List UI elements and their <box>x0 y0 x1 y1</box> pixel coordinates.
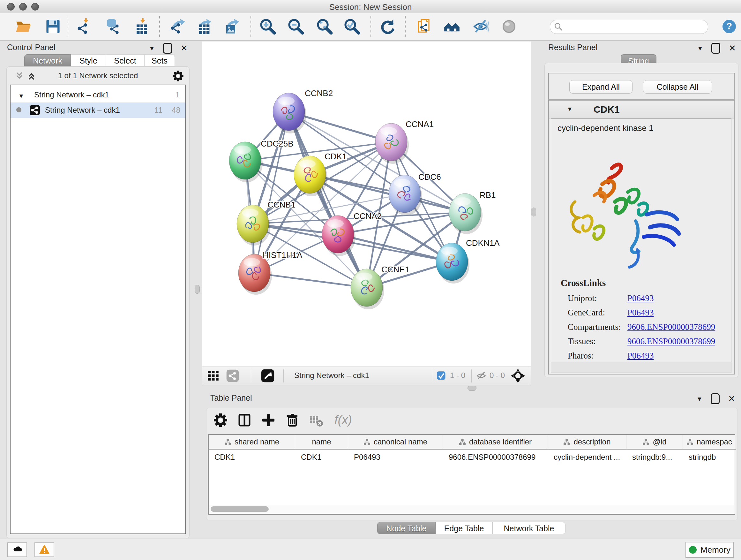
protein-header[interactable]: ▼ CDK1 <box>549 101 734 118</box>
table-cell[interactable]: CDK1 <box>295 450 348 464</box>
network-edge[interactable] <box>254 112 289 273</box>
network-node-CCNB1[interactable] <box>237 205 270 246</box>
genecard-link[interactable]: P06493 <box>627 308 654 317</box>
table-cell[interactable]: P06493 <box>348 450 443 464</box>
zoom-fit-icon[interactable] <box>316 18 333 35</box>
tab-select[interactable]: Select <box>106 54 144 66</box>
network-node-CCNA2[interactable] <box>322 215 355 256</box>
delete-column-icon[interactable] <box>285 413 300 428</box>
add-column-icon[interactable] <box>261 413 276 428</box>
float-panel-icon[interactable] <box>163 43 172 54</box>
open-session-icon[interactable] <box>15 18 31 35</box>
birdseye-view-icon[interactable] <box>261 369 275 383</box>
zoom-selected-icon[interactable] <box>344 18 360 35</box>
table-cell[interactable]: cyclin-dependent ... <box>548 450 626 464</box>
collapse-panel-icon[interactable]: ▼ <box>697 45 703 51</box>
zoom-in-icon[interactable] <box>259 18 276 35</box>
collapse-panel-icon[interactable]: ▼ <box>697 396 703 402</box>
import-network-file-icon[interactable] <box>76 18 92 35</box>
network-node-CCNA1[interactable] <box>375 123 409 164</box>
network-node-CDK1[interactable] <box>294 156 327 196</box>
tab-node-table[interactable]: Node Table <box>377 522 435 534</box>
collapse-all-button[interactable]: Collapse All <box>643 80 712 94</box>
network-row-selected[interactable]: String Network – cdk1 11 48 <box>10 103 185 118</box>
protein-collapse-icon[interactable]: ▼ <box>567 106 573 112</box>
results-buttons-box: Expand All Collapse All <box>548 73 735 100</box>
search-input[interactable] <box>550 20 708 34</box>
hidden-eye-icon[interactable] <box>475 371 487 381</box>
network-node-CCNE1[interactable] <box>351 269 384 309</box>
table-cell[interactable]: stringdb <box>683 450 736 464</box>
column-header-shared-name[interactable]: shared name <box>209 435 295 449</box>
close-panel-icon[interactable]: ✕ <box>180 44 188 53</box>
show-columns-icon[interactable] <box>237 413 252 428</box>
tab-network[interactable]: Network <box>24 54 71 66</box>
fit-selected-target-icon[interactable] <box>511 368 525 383</box>
results-footer-strip <box>551 362 731 373</box>
table-hscrollbar-thumb[interactable] <box>211 506 269 512</box>
column-header-name[interactable]: name <box>295 435 348 449</box>
tab-edge-table[interactable]: Edge Table <box>435 522 492 534</box>
apply-layout-icon[interactable] <box>380 18 396 35</box>
network-node-HIST1H1A[interactable] <box>239 254 272 295</box>
table-cell[interactable]: 9606.ENSP00000378699 <box>443 450 548 464</box>
column-header--id[interactable]: @id <box>626 435 683 449</box>
network-node-CDC6[interactable] <box>389 175 422 215</box>
tab-sets[interactable]: Sets <box>144 54 175 66</box>
shared-column-tree-icon <box>563 439 570 445</box>
column-header-description[interactable]: description <box>548 435 626 449</box>
memory-button[interactable]: Memory <box>685 542 734 558</box>
tab-network-table[interactable]: Network Table <box>492 522 565 534</box>
import-table-icon[interactable] <box>132 18 149 35</box>
save-session-icon[interactable] <box>45 18 61 35</box>
uniprot-link[interactable]: P06493 <box>627 294 654 303</box>
network-node-RB1[interactable] <box>449 193 482 234</box>
column-header-database-identifier[interactable]: database identifier <box>443 435 548 449</box>
bottom-splitter-handle[interactable] <box>468 386 476 391</box>
network-edge[interactable] <box>289 112 367 288</box>
expand-all-button[interactable]: Expand All <box>569 80 632 94</box>
network-edge[interactable] <box>310 175 465 212</box>
float-panel-icon[interactable] <box>711 393 720 404</box>
close-panel-icon[interactable]: ✕ <box>729 44 736 53</box>
network-view-icon[interactable] <box>226 369 239 382</box>
network-node-CDKN1A[interactable] <box>436 243 469 284</box>
table-cell[interactable]: CDK1 <box>209 450 295 464</box>
export-network-icon[interactable] <box>170 18 186 35</box>
table-hscrollbar[interactable] <box>209 505 734 513</box>
import-network-database-icon[interactable] <box>104 18 121 35</box>
network-node-CDC25B[interactable] <box>229 142 263 182</box>
grid-mode-icon[interactable] <box>207 369 220 382</box>
right-splitter-handle[interactable] <box>531 207 536 216</box>
network-node-CCNB2[interactable] <box>273 93 307 133</box>
tissues-link[interactable]: 9606.ENSP00000378699 <box>627 336 715 346</box>
export-table-icon[interactable] <box>196 18 212 35</box>
help-icon[interactable]: ? <box>722 19 737 34</box>
tab-style[interactable]: Style <box>71 54 106 66</box>
collapse-panel-icon[interactable]: ▼ <box>149 45 155 51</box>
export-image-icon[interactable] <box>223 18 240 35</box>
column-header-namespac[interactable]: namespac <box>683 435 736 449</box>
table-options-gear-icon[interactable] <box>213 413 228 428</box>
network-graph[interactable]: CCNB2CCNA1CDC25BCDK1CDC6RB1CCNB1CCNA2CDK… <box>202 42 531 367</box>
warnings-button[interactable] <box>35 543 54 557</box>
collection-expand-icon[interactable]: ▼ <box>18 91 24 100</box>
compartments-link[interactable]: 9606.ENSP00000378699 <box>627 322 715 332</box>
close-panel-icon[interactable]: ✕ <box>728 395 735 403</box>
selected-checkbox-icon[interactable] <box>436 371 446 381</box>
string-home-icon[interactable] <box>444 18 460 35</box>
cloud-button[interactable] <box>7 543 27 557</box>
network-canvas[interactable]: CCNB2CCNA1CDC25BCDK1CDC6RB1CCNB1CCNA2CDK… <box>202 42 531 367</box>
share-document-icon[interactable] <box>416 18 433 35</box>
network-collection-row[interactable]: ▼ String Network – cdk1 1 <box>10 87 185 103</box>
hide-nodes-icon[interactable] <box>472 18 489 35</box>
left-splitter-handle[interactable] <box>195 285 200 294</box>
node-table[interactable]: shared nameCDK1nameCDK1canonical nameP06… <box>208 434 735 515</box>
pharos-link[interactable]: P06493 <box>627 351 654 361</box>
table-cell[interactable]: stringdb:9... <box>626 450 683 464</box>
network-options-gear-icon[interactable] <box>172 70 184 82</box>
column-header-canonical-name[interactable]: canonical name <box>348 435 443 449</box>
zoom-out-icon[interactable] <box>287 18 304 35</box>
selected-counts: 1 - 0 <box>450 371 465 380</box>
float-panel-icon[interactable] <box>711 43 720 54</box>
